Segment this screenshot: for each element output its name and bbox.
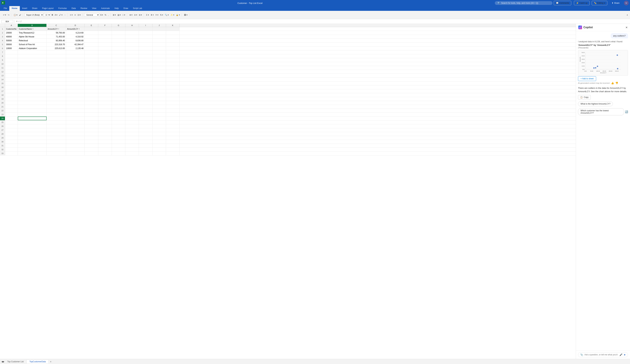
cell-K18[interactable] bbox=[166, 93, 180, 97]
cell-C8[interactable] bbox=[46, 54, 66, 58]
cell-J14[interactable] bbox=[152, 78, 166, 81]
cell-D15[interactable] bbox=[66, 82, 85, 85]
highlight-btn[interactable]: 🖊 ▾ bbox=[58, 13, 63, 16]
cell-K4[interactable] bbox=[166, 39, 180, 42]
cell-G26[interactable] bbox=[112, 124, 125, 128]
cell-A32[interactable] bbox=[5, 148, 18, 151]
cell-D13[interactable] bbox=[66, 74, 85, 77]
cell-I5[interactable] bbox=[139, 43, 152, 46]
cell-G7[interactable] bbox=[112, 50, 125, 54]
cell-C25[interactable] bbox=[46, 120, 66, 124]
cell-A28[interactable] bbox=[5, 132, 18, 136]
cell-K33[interactable] bbox=[166, 152, 180, 155]
tab-nav-left[interactable]: ◀ bbox=[1, 361, 3, 363]
spreadsheet[interactable]: A B C D E F G H I J K 1CustomerNo▾Custom… bbox=[0, 24, 576, 359]
cell-C6[interactable]: 225,613.00 bbox=[46, 46, 66, 50]
cell-I9[interactable] bbox=[139, 58, 152, 62]
cell-A5[interactable]: 30000 bbox=[5, 43, 18, 46]
cell-I4[interactable] bbox=[139, 39, 152, 42]
cell-D24[interactable] bbox=[66, 117, 85, 120]
cell-E21[interactable] bbox=[85, 105, 98, 109]
cell-D14[interactable] bbox=[66, 78, 85, 81]
cell-J22[interactable] bbox=[152, 109, 166, 113]
cell-A15[interactable] bbox=[5, 82, 18, 85]
cell-C13[interactable] bbox=[46, 74, 66, 77]
cell-J33[interactable] bbox=[152, 152, 166, 155]
cell-B15[interactable] bbox=[18, 82, 46, 85]
insert-function-icon[interactable]: ƒ bbox=[20, 20, 22, 22]
cell-K29[interactable] bbox=[166, 136, 180, 140]
cell-K12[interactable] bbox=[166, 70, 180, 74]
cell-H32[interactable] bbox=[125, 148, 139, 151]
cell-J31[interactable] bbox=[152, 144, 166, 148]
cell-B5[interactable]: School of Fine Art bbox=[18, 43, 46, 46]
cell-K19[interactable] bbox=[166, 97, 180, 101]
cell-G21[interactable] bbox=[112, 105, 125, 109]
cell-K2[interactable] bbox=[166, 31, 180, 35]
cell-A26[interactable] bbox=[5, 124, 18, 128]
cell-B21[interactable] bbox=[18, 105, 46, 109]
cell-H29[interactable] bbox=[125, 136, 139, 140]
cell-E1[interactable] bbox=[85, 27, 98, 31]
cell-G29[interactable] bbox=[112, 136, 125, 140]
cell-I8[interactable] bbox=[139, 54, 152, 58]
cell-J30[interactable] bbox=[152, 140, 166, 144]
align-left-btn[interactable]: ≡ ▾ bbox=[69, 13, 73, 16]
cell-B18[interactable] bbox=[18, 93, 46, 97]
thumbs-down-btn[interactable]: 👎 bbox=[615, 82, 618, 84]
cell-F31[interactable] bbox=[98, 144, 112, 148]
cell-J21[interactable] bbox=[152, 105, 166, 109]
cell-H20[interactable] bbox=[125, 101, 139, 105]
cell-A13[interactable] bbox=[5, 74, 18, 77]
cell-K30[interactable] bbox=[166, 140, 180, 144]
cell-B28[interactable] bbox=[18, 132, 46, 136]
cell-G16[interactable] bbox=[112, 85, 125, 89]
cell-D28[interactable] bbox=[66, 132, 85, 136]
cell-K17[interactable] bbox=[166, 89, 180, 93]
cell-A3[interactable]: 40000 bbox=[5, 35, 18, 38]
row-number[interactable]: 30 bbox=[0, 140, 5, 144]
cell-A11[interactable] bbox=[5, 66, 18, 70]
bold-btn[interactable]: B bbox=[51, 13, 54, 16]
cell-J15[interactable] bbox=[152, 82, 166, 85]
cell-H11[interactable] bbox=[125, 66, 139, 70]
row-number[interactable]: 26 bbox=[0, 124, 5, 128]
cell-F29[interactable] bbox=[98, 136, 112, 140]
cell-E22[interactable] bbox=[85, 109, 98, 113]
cell-F20[interactable] bbox=[98, 101, 112, 105]
format-cells-btn[interactable]: ⊟ ▾ bbox=[138, 13, 143, 16]
col-header-f[interactable]: F bbox=[98, 24, 112, 27]
cell-K23[interactable] bbox=[166, 113, 180, 116]
cell-I26[interactable] bbox=[139, 124, 152, 128]
row-number[interactable]: 18 bbox=[0, 93, 5, 97]
copilot-close-btn[interactable]: ✕ bbox=[626, 26, 628, 29]
cell-J19[interactable] bbox=[152, 97, 166, 101]
cell-I12[interactable] bbox=[139, 70, 152, 74]
cell-J32[interactable] bbox=[152, 148, 166, 151]
cell-K8[interactable] bbox=[166, 54, 180, 58]
cell-F9[interactable] bbox=[98, 58, 112, 62]
cell-D22[interactable] bbox=[66, 109, 85, 113]
cell-H5[interactable] bbox=[125, 43, 139, 46]
cell-J3[interactable] bbox=[152, 35, 166, 38]
cell-G24[interactable] bbox=[112, 117, 125, 120]
tab-nav-right[interactable]: ▶ bbox=[3, 361, 4, 363]
filter-icon[interactable]: ▾ bbox=[79, 28, 80, 30]
share-btn[interactable]: ⬆ Share bbox=[609, 1, 622, 5]
cell-I25[interactable] bbox=[139, 120, 152, 124]
cancel-formula-icon[interactable]: ✕ bbox=[16, 20, 18, 22]
tab-help[interactable]: Help bbox=[112, 6, 121, 11]
tab-formulas[interactable]: Formulas bbox=[56, 6, 69, 11]
cell-G8[interactable] bbox=[112, 54, 125, 58]
cell-K22[interactable] bbox=[166, 109, 180, 113]
cell-C12[interactable] bbox=[46, 70, 66, 74]
cell-B14[interactable] bbox=[18, 78, 46, 81]
cell-E14[interactable] bbox=[85, 78, 98, 81]
row-number[interactable]: 8 bbox=[0, 54, 5, 58]
cell-K15[interactable] bbox=[166, 82, 180, 85]
cell-F3[interactable] bbox=[98, 35, 112, 38]
cell-B16[interactable] bbox=[18, 85, 46, 89]
cell-K27[interactable] bbox=[166, 128, 180, 132]
row-number[interactable]: 22 bbox=[0, 109, 5, 113]
cell-E31[interactable] bbox=[85, 144, 98, 148]
